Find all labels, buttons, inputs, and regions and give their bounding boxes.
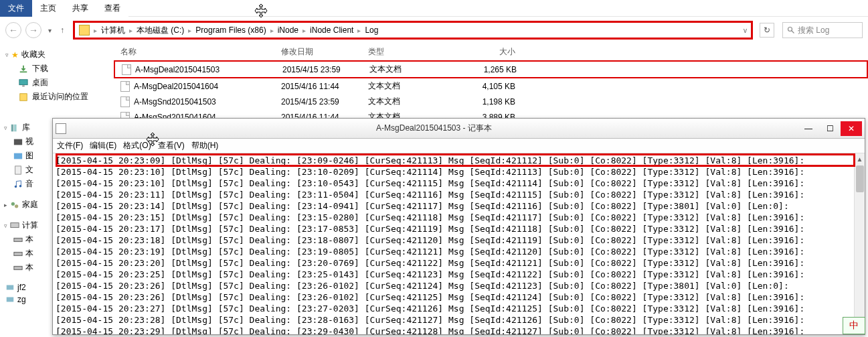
ribbon-tab-share[interactable]: 共享	[64, 0, 96, 17]
file-row[interactable]: A-MsgDeal20150415032015/4/15 23:59文本文档1,…	[114, 60, 868, 78]
scroll-up-icon[interactable]: ▲	[855, 153, 865, 164]
sidebar-item-downloads[interactable]: 下载	[3, 62, 111, 76]
computer-label: 计算	[22, 220, 38, 231]
file-row[interactable]: A-MsgDeal20150416042015/4/16 11:44文本文档4,…	[114, 78, 868, 94]
sidebar-item-zg[interactable]: zg	[1, 293, 51, 306]
search-input[interactable]: 搜索 Log	[782, 22, 863, 38]
svg-rect-18	[14, 266, 22, 269]
sidebar-group-libraries[interactable]: ▿ 库	[1, 121, 51, 135]
ime-indicator[interactable]: 中	[843, 317, 865, 334]
forward-button[interactable]: →	[25, 22, 41, 38]
document-icon	[13, 165, 23, 175]
sidebar: ▿ ★ 收藏夹 下载 桌面 最近访问的位置	[0, 44, 114, 124]
notepad-body[interactable]: [2015-04-15 20:23:09] [DtlMsg] [57c] Dea…	[53, 153, 865, 334]
sidebar-item-videos[interactable]: 视	[1, 135, 51, 149]
up-button[interactable]: ↑	[56, 23, 69, 37]
sidebar-item-label: 桌面	[32, 77, 48, 88]
crumb-sep-icon: ▸	[356, 27, 362, 34]
sidebar-item-documents[interactable]: 文	[1, 163, 51, 177]
sidebar-item-music[interactable]: 音	[1, 177, 51, 191]
svg-rect-4	[22, 85, 25, 86]
svg-point-0	[788, 27, 792, 31]
notepad-title: A-MsgDeal2015041503 - 记事本	[70, 123, 798, 134]
log-content[interactable]: [2015-04-15 20:23:09] [DtlMsg] [57c] Dea…	[53, 153, 865, 334]
explorer-body: ▿ ★ 收藏夹 下载 桌面 最近访问的位置 名称 修改日期 类型 大小	[0, 44, 868, 124]
crumb-disk[interactable]: 本地磁盘 (C:)	[137, 25, 184, 36]
svg-rect-8	[14, 139, 22, 145]
file-date: 2015/4/15 23:59	[282, 65, 369, 74]
col-size[interactable]: 大小	[448, 46, 515, 58]
star-icon: ★	[11, 50, 19, 60]
crumb-computer[interactable]: 计算机	[101, 25, 125, 36]
svg-rect-19	[7, 285, 14, 290]
expand-icon: ▿	[4, 222, 7, 229]
svg-point-12	[19, 184, 22, 187]
svg-rect-17	[14, 252, 22, 255]
scroll-thumb[interactable]	[856, 165, 864, 192]
file-icon	[120, 96, 130, 107]
sidebar-item-label: 下载	[32, 63, 48, 74]
sidebar-group-computer[interactable]: ▿计算	[1, 218, 51, 232]
menu-help[interactable]: 帮助(H)	[191, 140, 219, 151]
desktop-icon	[19, 78, 28, 88]
minimize-button[interactable]: —	[798, 121, 819, 136]
picture-icon	[13, 151, 23, 161]
history-dropdown-icon[interactable]: ▾	[48, 27, 52, 34]
refresh-button[interactable]: ↻	[760, 23, 774, 38]
svg-line-1	[792, 31, 794, 33]
menu-file[interactable]: 文件(F)	[57, 140, 83, 151]
sidebar-item-pictures[interactable]: 图	[1, 149, 51, 163]
sidebar-item-disk[interactable]: 本	[1, 261, 51, 275]
sidebar-group-homegroup[interactable]: ▸家庭	[1, 198, 51, 212]
sidebar-item-label: 视	[25, 136, 33, 147]
crumb-sep-icon: ▸	[92, 27, 98, 34]
sidebar-item-disk[interactable]: 本	[1, 247, 51, 261]
col-type[interactable]: 类型	[368, 46, 448, 58]
col-name[interactable]: 名称	[114, 46, 281, 58]
address-bar[interactable]: ▸ 计算机 ▸ 本地磁盘 (C:) ▸ Program Files (x86) …	[73, 21, 753, 40]
music-icon	[13, 180, 23, 189]
ribbon-tab-file[interactable]: 文件	[0, 0, 32, 17]
svg-rect-2	[20, 71, 27, 72]
menu-edit[interactable]: 编辑(E)	[90, 140, 116, 151]
col-date[interactable]: 修改日期	[281, 46, 368, 58]
svg-rect-10	[15, 165, 21, 174]
svg-point-14	[15, 204, 18, 208]
crumb-program-files[interactable]: Program Files (x86)	[195, 25, 266, 35]
folder-icon	[79, 25, 90, 36]
crumb-inode-client[interactable]: iNode Client	[310, 25, 353, 35]
recent-icon	[19, 92, 28, 102]
file-date: 2015/4/16 11:44	[281, 82, 368, 91]
sidebar-item-jf2[interactable]: jf2	[1, 281, 51, 293]
library-icon	[10, 123, 19, 133]
homegroup-icon	[10, 200, 19, 210]
crumb-log[interactable]: Log	[365, 25, 378, 35]
sidebar-item-disk[interactable]: 本	[1, 232, 51, 247]
ribbon: 文件 主页 共享 查看	[0, 0, 868, 17]
crumb-sep-icon: ▸	[128, 27, 134, 34]
video-icon	[13, 137, 23, 147]
sidebar-item-label: zg	[17, 295, 26, 304]
back-button[interactable]: ←	[5, 22, 21, 38]
crumb-sep-icon: ▸	[187, 27, 193, 34]
file-row[interactable]: A-MsgSnd20150415032015/4/15 23:59文本文档1,1…	[114, 94, 868, 109]
svg-point-13	[11, 202, 15, 205]
maximize-button[interactable]: ☐	[819, 121, 841, 136]
crumb-inode[interactable]: iNode	[278, 25, 298, 35]
file-type: 文本文档	[368, 80, 448, 92]
file-name: A-MsgDeal2015041503	[135, 65, 220, 74]
address-dropdown-icon[interactable]: v	[744, 27, 747, 34]
navbar: ← → ▾ ↑ ▸ 计算机 ▸ 本地磁盘 (C:) ▸ Program File…	[0, 17, 868, 44]
disk-icon	[13, 235, 23, 245]
sidebar-item-recent[interactable]: 最近访问的位置	[3, 90, 111, 104]
scrollbar[interactable]: ▲ ▼	[854, 153, 865, 334]
close-button[interactable]: ✕	[841, 121, 862, 136]
menu-view[interactable]: 查看(V)	[158, 140, 185, 151]
ribbon-tab-view[interactable]: 查看	[96, 0, 128, 17]
sidebar-item-label: jf2	[17, 283, 26, 292]
ribbon-tab-home[interactable]: 主页	[32, 0, 64, 17]
notepad-titlebar[interactable]: A-MsgDeal2015041503 - 记事本 — ☐ ✕	[53, 119, 865, 139]
menu-format[interactable]: 格式(O)	[123, 140, 151, 151]
sidebar-item-desktop[interactable]: 桌面	[3, 76, 111, 90]
sidebar-group-favorites[interactable]: ▿ ★ 收藏夹	[3, 48, 111, 62]
